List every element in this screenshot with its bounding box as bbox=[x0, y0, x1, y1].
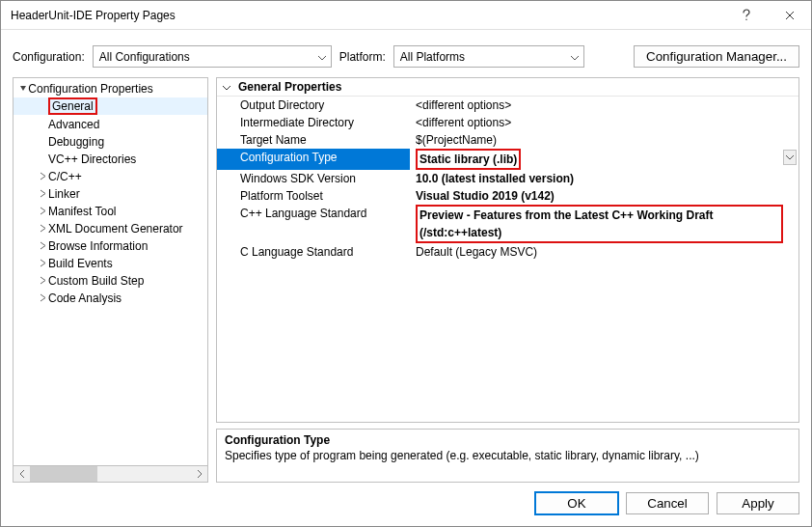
close-button[interactable] bbox=[768, 1, 811, 29]
tree-item-label: Custom Build Step bbox=[48, 274, 144, 288]
property-grid: General Properties Output Directory<diff… bbox=[216, 77, 799, 423]
description-title: Configuration Type bbox=[225, 433, 791, 447]
apply-button[interactable]: Apply bbox=[717, 492, 799, 514]
tree-item[interactable]: XML Document Generator bbox=[14, 220, 207, 237]
help-button[interactable] bbox=[724, 1, 768, 29]
grid-property-value[interactable]: Preview - Features from the Latest C++ W… bbox=[410, 205, 798, 243]
tree-root-label: Configuration Properties bbox=[28, 81, 152, 97]
grid-row[interactable]: Configuration TypeStatic library (.lib) bbox=[217, 149, 798, 170]
tree-item-label: Code Analysis bbox=[48, 291, 122, 305]
scroll-thumb[interactable] bbox=[30, 466, 97, 482]
expand-icon[interactable] bbox=[37, 291, 48, 306]
tree-item[interactable]: Advanced bbox=[14, 116, 207, 133]
grid-property-name: C++ Language Standard bbox=[217, 205, 410, 243]
dialog-buttons: OK Cancel Apply bbox=[1, 483, 811, 526]
tree-panel: Configuration Properties GeneralAdvanced… bbox=[13, 77, 208, 483]
scroll-right-icon[interactable] bbox=[191, 466, 207, 482]
configuration-manager-button[interactable]: Configuration Manager... bbox=[634, 45, 799, 68]
tree-item[interactable]: Debugging bbox=[14, 133, 207, 151]
property-tree[interactable]: Configuration Properties GeneralAdvanced… bbox=[14, 78, 207, 465]
ok-button[interactable]: OK bbox=[535, 492, 618, 514]
cancel-button[interactable]: Cancel bbox=[626, 492, 709, 514]
tree-item[interactable]: Browse Information bbox=[14, 237, 207, 255]
expand-icon[interactable] bbox=[37, 204, 48, 219]
grid-property-name: Intermediate Directory bbox=[217, 114, 410, 131]
grid-row[interactable]: C++ Language StandardPreview - Features … bbox=[217, 205, 798, 243]
chevron-down-icon[interactable] bbox=[783, 150, 797, 165]
window-title: HeaderUnit-IDE Property Pages bbox=[11, 9, 724, 22]
tree-item[interactable]: Build Events bbox=[14, 255, 207, 272]
tree-item-label: Build Events bbox=[48, 257, 113, 270]
tree-root[interactable]: Configuration Properties GeneralAdvanced… bbox=[14, 80, 207, 308]
expand-icon[interactable] bbox=[37, 169, 48, 184]
grid-property-name: Configuration Type bbox=[217, 149, 410, 170]
tree-item[interactable]: VC++ Directories bbox=[14, 151, 207, 168]
tree-item-label: XML Document Generator bbox=[48, 222, 183, 236]
description-panel: Configuration Type Specifies type of pro… bbox=[216, 429, 799, 483]
grid-property-value[interactable]: <different options> bbox=[410, 97, 798, 114]
tree-item-label: Browse Information bbox=[48, 239, 148, 253]
collapse-icon[interactable] bbox=[221, 80, 232, 94]
description-text: Specifies type of program being generate… bbox=[225, 449, 791, 462]
grid-property-value[interactable]: $(ProjectName) bbox=[410, 131, 798, 149]
grid-row[interactable]: Output Directory<different options> bbox=[217, 97, 798, 114]
collapse-icon[interactable] bbox=[14, 81, 25, 97]
tree-item-label: VC++ Directories bbox=[48, 153, 136, 166]
main-area: Configuration Properties GeneralAdvanced… bbox=[1, 77, 811, 483]
grid-property-value[interactable]: Default (Legacy MSVC) bbox=[410, 243, 798, 261]
tree-item-label: Manifest Tool bbox=[48, 205, 116, 218]
grid-row[interactable]: C Language StandardDefault (Legacy MSVC) bbox=[217, 243, 798, 261]
grid-property-name: C Language Standard bbox=[217, 243, 410, 261]
tree-item[interactable]: Custom Build Step bbox=[14, 272, 207, 290]
tree-item[interactable]: General bbox=[14, 97, 207, 116]
grid-row[interactable]: Intermediate Directory<different options… bbox=[217, 114, 798, 131]
grid-property-value[interactable]: <different options> bbox=[410, 114, 798, 131]
tree-item-label: Linker bbox=[48, 187, 80, 201]
expand-icon[interactable] bbox=[37, 256, 48, 271]
expand-icon[interactable] bbox=[37, 273, 48, 289]
tree-item-label: Advanced bbox=[48, 118, 99, 131]
tree-item-label: C/C++ bbox=[48, 170, 82, 183]
grid-property-name: Platform Toolset bbox=[217, 187, 410, 205]
property-grid-panel: General Properties Output Directory<diff… bbox=[216, 77, 799, 483]
grid-property-value[interactable]: Static library (.lib) bbox=[410, 149, 798, 170]
tree-item[interactable]: C/C++ bbox=[14, 168, 207, 185]
configuration-label: Configuration: bbox=[13, 50, 85, 64]
tree-item[interactable]: Code Analysis bbox=[14, 290, 207, 307]
tree-item[interactable]: Manifest Tool bbox=[14, 203, 207, 220]
grid-row[interactable]: Target Name$(ProjectName) bbox=[217, 131, 798, 149]
grid-property-name: Output Directory bbox=[217, 97, 410, 114]
configuration-dropdown[interactable]: All Configurations bbox=[93, 45, 332, 68]
grid-row[interactable]: Windows SDK Version10.0 (latest installe… bbox=[217, 170, 798, 187]
grid-row[interactable]: Platform ToolsetVisual Studio 2019 (v142… bbox=[217, 187, 798, 205]
grid-property-value[interactable]: 10.0 (latest installed version) bbox=[410, 170, 798, 187]
scroll-left-icon[interactable] bbox=[14, 466, 30, 482]
expand-icon[interactable] bbox=[37, 238, 48, 254]
grid-property-name: Target Name bbox=[217, 131, 410, 149]
platform-dropdown[interactable]: All Platforms bbox=[393, 45, 584, 68]
config-toolbar: Configuration: All Configurations Platfo… bbox=[1, 30, 811, 77]
grid-category-label: General Properties bbox=[238, 80, 341, 94]
grid-property-value[interactable]: Visual Studio 2019 (v142) bbox=[410, 187, 798, 205]
scroll-track[interactable] bbox=[30, 466, 191, 482]
titlebar: HeaderUnit-IDE Property Pages bbox=[1, 1, 811, 30]
tree-horizontal-scrollbar[interactable] bbox=[14, 465, 207, 482]
grid-category-header[interactable]: General Properties bbox=[217, 78, 798, 97]
tree-item-label: General bbox=[48, 97, 97, 115]
platform-label: Platform: bbox=[339, 50, 386, 64]
tree-item[interactable]: Linker bbox=[14, 185, 207, 203]
expand-icon[interactable] bbox=[37, 221, 48, 236]
tree-item-label: Debugging bbox=[48, 135, 104, 149]
grid-property-name: Windows SDK Version bbox=[217, 170, 410, 187]
expand-icon[interactable] bbox=[37, 186, 48, 202]
